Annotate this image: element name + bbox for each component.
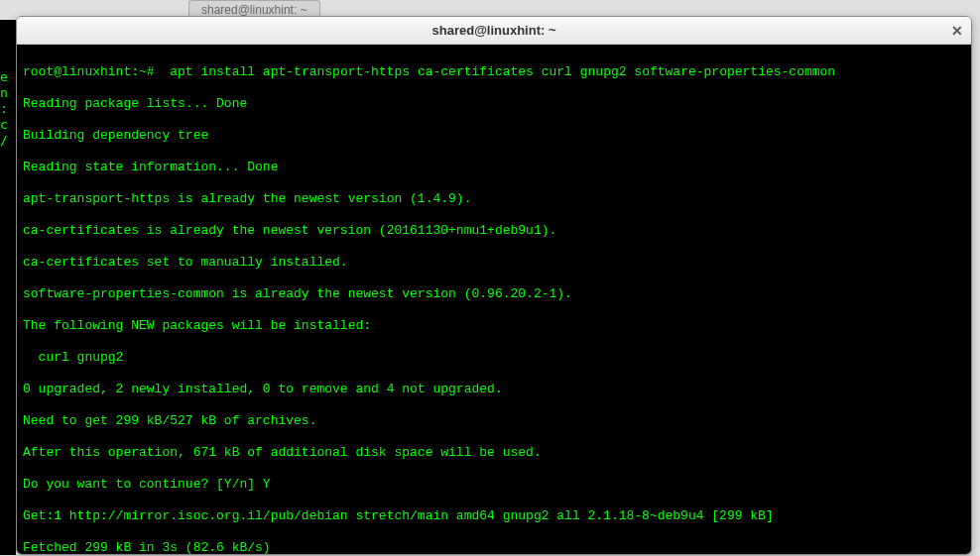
output-line: curl gnupg2 [23, 350, 965, 366]
prompt-line-1: root@linuxhint:~# apt install apt-transp… [23, 64, 965, 80]
command-text: apt install apt-transport-https ca-certi… [162, 64, 835, 79]
terminal-window: shared@linuxhint: ~ ✕ root@linuxhint:~# … [16, 16, 972, 555]
output-line: apt-transport-https is already the newes… [23, 191, 965, 207]
titlebar[interactable]: shared@linuxhint: ~ ✕ [17, 17, 971, 45]
output-line: 0 upgraded, 2 newly installed, 0 to remo… [23, 382, 965, 397]
output-line: Fetched 299 kB in 3s (82.6 kB/s) [23, 540, 965, 554]
output-line: software-properties-common is already th… [23, 286, 965, 302]
output-line: Need to get 299 kB/527 kB of archives. [23, 413, 965, 429]
close-icon[interactable]: ✕ [949, 23, 965, 39]
prompt-symbol: # [147, 64, 163, 79]
output-line: After this operation, 671 kB of addition… [23, 445, 965, 461]
prompt-path: ~ [139, 64, 147, 79]
background-terminal-edge: e n : c / [0, 20, 16, 555]
output-line: Building dependency tree [23, 128, 965, 144]
output-line: ca-certificates is already the newest ve… [23, 223, 965, 239]
terminal-content[interactable]: root@linuxhint:~# apt install apt-transp… [17, 45, 971, 554]
output-line: Get:1 http://mirror.isoc.org.il/pub/debi… [23, 508, 965, 524]
output-line: ca-certificates set to manually installe… [23, 255, 965, 271]
prompt-colon: : [131, 64, 139, 79]
output-line: The following NEW packages will be insta… [23, 318, 965, 334]
prompt-user: root@linuxhint [23, 64, 131, 79]
output-line: Reading state information... Done [23, 160, 965, 175]
window-title: shared@linuxhint: ~ [432, 23, 556, 38]
output-line: Do you want to continue? [Y/n] Y [23, 477, 965, 493]
output-line: Reading package lists... Done [23, 96, 965, 112]
